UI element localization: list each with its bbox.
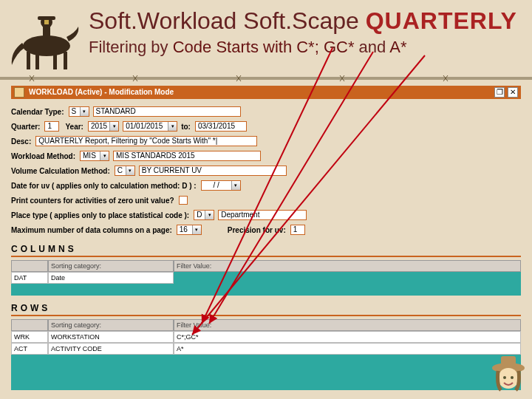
svg-rect-6: [43, 25, 50, 40]
col-header-sorting: Sorting category:: [48, 260, 174, 272]
barbed-wire-divider: [0, 75, 532, 81]
to-label: to:: [181, 123, 195, 131]
window-titlebar: WORKLOAD (Active) - Modification Mode ❐ …: [11, 86, 521, 99]
row-header-filter: Filter Value:: [174, 319, 521, 331]
rows-grid: Sorting category: Filter Value: WRK WORK…: [11, 319, 521, 390]
chevron-down-icon[interactable]: ▾: [205, 211, 214, 219]
date-uv-label: Date for uv ( applies only to calculatio…: [11, 182, 201, 190]
max-cols-label: Maximum number of data columns on a page…: [11, 226, 177, 234]
window-icon: [14, 87, 24, 98]
divider: [11, 256, 521, 257]
calendar-type-label: Calendar Type:: [11, 108, 69, 116]
chevron-down-icon[interactable]: ▾: [231, 181, 240, 190]
table-row[interactable]: ACT ACTIVITY CODE A*: [11, 343, 521, 355]
print-counters-label: Print counters for activities of zero un…: [11, 197, 179, 205]
chevron-down-icon[interactable]: ▾: [80, 107, 89, 116]
desc-label: Desc:: [11, 137, 35, 146]
svg-rect-1: [27, 52, 30, 69]
chevron-down-icon[interactable]: ▾: [109, 122, 118, 131]
calendar-type-select[interactable]: S▾: [69, 106, 89, 117]
date-uv-select[interactable]: / /▾: [201, 180, 241, 191]
svg-rect-4: [64, 52, 67, 69]
calendar-type-text: STANDARD: [93, 106, 241, 117]
restore-button[interactable]: ❐: [494, 87, 505, 98]
from-date-select[interactable]: 01/01/2015▾: [123, 121, 177, 132]
year-label: Year:: [65, 123, 87, 131]
table-row[interactable]: WRK WORKSTATION C*;GC*: [11, 331, 521, 343]
rows-heading: ROWS: [11, 303, 521, 313]
precision-label: Precision for uv:: [228, 226, 290, 234]
col-header-filter: Filter Value:: [174, 260, 521, 272]
place-type-text: Department: [218, 210, 307, 220]
workload-method-label: Workload Method:: [11, 152, 80, 160]
form-panel: Calendar Type: S▾ STANDARD Quarter: 1 Ye…: [11, 103, 521, 390]
place-type-label: Place type ( applies only to place stati…: [11, 211, 194, 219]
precision-input[interactable]: 1: [290, 225, 305, 235]
chevron-down-icon[interactable]: ▾: [192, 225, 201, 234]
cowgirl-mascot-icon: [491, 353, 526, 395]
year-select[interactable]: 2015▾: [88, 121, 119, 132]
columns-heading: COLUMNS: [11, 244, 521, 254]
row-header-code: [11, 319, 48, 331]
place-type-select[interactable]: D▾: [194, 210, 214, 220]
svg-point-26: [503, 376, 506, 379]
volume-calc-text: BY CURRENT UV: [139, 166, 287, 176]
row-header-sorting: Sorting category:: [48, 319, 174, 331]
max-cols-select[interactable]: 16▾: [177, 225, 202, 235]
filter-wrk[interactable]: C*;GC*: [174, 331, 521, 343]
desc-input[interactable]: QUARTERLY Report, Filtering by "Code Sta…: [35, 136, 257, 146]
svg-rect-24: [501, 356, 516, 366]
to-date-input[interactable]: 03/31/2015: [195, 121, 247, 132]
star-badge-icon: [44, 20, 49, 24]
page-title: Soft.Workload Soft.Scape QUARTERLY: [89, 7, 532, 35]
window-title: WORKLOAD (Active) - Modification Mode: [29, 86, 174, 99]
workload-method-select[interactable]: MIS▾: [80, 151, 109, 161]
divider: [11, 315, 521, 316]
volume-calc-label: Volume Calculation Method:: [11, 167, 115, 175]
close-button[interactable]: ✕: [508, 87, 518, 98]
chevron-down-icon[interactable]: ▾: [100, 151, 109, 160]
col-header-code: [11, 260, 48, 272]
filter-act[interactable]: A*: [174, 343, 521, 355]
quarter-input[interactable]: 1: [44, 121, 59, 132]
chevron-down-icon[interactable]: ▾: [126, 166, 134, 175]
page-subtitle: Filtering by Code Starts with C*; GC* an…: [89, 38, 532, 57]
svg-rect-7: [38, 16, 55, 20]
columns-grid: Sorting category: Filter Value: DAT Date: [11, 260, 521, 296]
quarter-label: Quarter:: [11, 123, 44, 131]
volume-calc-select[interactable]: C▾: [115, 166, 135, 176]
horse-rider-icon: [6, 0, 87, 74]
svg-rect-3: [53, 53, 57, 69]
print-counters-checkbox[interactable]: [179, 196, 188, 205]
svg-rect-2: [35, 53, 39, 69]
svg-point-27: [511, 376, 514, 379]
workload-method-text: MIS STANDARDS 2015: [113, 151, 261, 161]
table-row[interactable]: DAT Date: [11, 272, 521, 284]
chevron-down-icon[interactable]: ▾: [168, 122, 177, 131]
